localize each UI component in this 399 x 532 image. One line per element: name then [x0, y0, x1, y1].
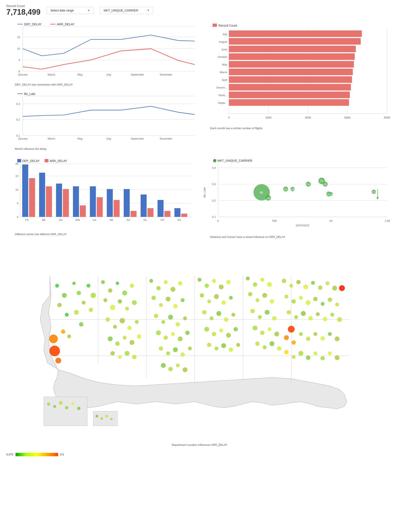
svg-point-295 — [321, 302, 324, 306]
svg-point-205 — [118, 355, 122, 359]
svg-point-285 — [303, 285, 308, 289]
svg-point-314 — [328, 332, 332, 336]
svg-rect-92 — [46, 186, 52, 217]
record-count-value: 7,718,499 — [6, 8, 40, 17]
svg-point-253 — [212, 332, 216, 336]
svg-point-209 — [156, 286, 161, 290]
svg-point-299 — [294, 315, 298, 319]
svg-point-245 — [221, 300, 226, 305]
svg-text:UA: UA — [93, 218, 96, 222]
svg-text:10: 10 — [15, 188, 18, 191]
svg-point-189 — [103, 298, 107, 302]
svg-rect-115 — [175, 208, 180, 217]
svg-point-309 — [291, 340, 296, 344]
chart2-box: Be_Late 0.1 0.2 0.3 January March May — [6, 90, 197, 151]
svg-point-197 — [127, 326, 132, 330]
svg-point-118 — [213, 159, 216, 162]
svg-rect-101 — [97, 197, 103, 217]
svg-point-284 — [296, 280, 300, 284]
svg-point-200 — [115, 342, 119, 346]
svg-text:Be_Late: Be_Late — [24, 92, 35, 95]
svg-point-168 — [62, 293, 67, 298]
colorbar — [16, 453, 58, 456]
carrier-dropdown[interactable]: MKT_UNIQUE_CARRIER ▼ — [100, 7, 153, 14]
svg-rect-116 — [181, 214, 187, 217]
svg-rect-94 — [56, 184, 62, 217]
svg-point-304 — [330, 313, 334, 317]
svg-point-184 — [101, 280, 105, 284]
svg-point-220 — [168, 315, 173, 320]
svg-rect-66 — [229, 84, 351, 90]
svg-rect-166 — [93, 411, 117, 426]
svg-text:F9: F9 — [320, 180, 323, 182]
svg-text:DISTANCE: DISTANCE — [296, 224, 309, 227]
chart4-box: DEP_DELAY ARR_DELAY 0 5 10 15 20 — [6, 157, 197, 236]
svg-point-244 — [214, 294, 219, 299]
svg-rect-97 — [73, 186, 79, 217]
colorbar-max-label: 0.5 — [60, 453, 64, 456]
svg-point-202 — [130, 340, 134, 345]
svg-point-326 — [59, 401, 62, 405]
svg-point-167 — [55, 284, 59, 287]
chart3-caption: Each month has a similar number of fligh… — [210, 127, 393, 130]
svg-text:DL: DL — [143, 218, 147, 222]
svg-point-191 — [118, 299, 122, 304]
svg-point-321 — [320, 356, 325, 360]
svg-point-331 — [101, 417, 103, 420]
svg-rect-112 — [158, 200, 163, 217]
svg-rect-88 — [22, 165, 28, 217]
svg-text:September: September — [131, 137, 144, 140]
svg-point-262 — [246, 276, 250, 280]
svg-point-190 — [110, 305, 115, 310]
svg-text:July: July — [106, 137, 111, 140]
svg-point-293 — [306, 300, 311, 305]
date-range-dropdown[interactable]: Select date range ▼ — [47, 7, 94, 14]
svg-text:NK: NK — [110, 218, 113, 222]
svg-point-194 — [106, 317, 110, 322]
svg-point-237 — [198, 278, 201, 282]
svg-text:Nove...: Nove... — [219, 94, 227, 97]
svg-point-327 — [65, 406, 69, 409]
svg-rect-100 — [90, 186, 96, 217]
svg-rect-72 — [17, 159, 21, 162]
svg-rect-58 — [229, 53, 355, 60]
svg-point-238 — [205, 284, 209, 288]
svg-text:15: 15 — [17, 36, 20, 39]
svg-text:F9: F9 — [25, 218, 29, 222]
svg-point-176 — [87, 284, 90, 287]
svg-text:MKT_UNIQUE_CARRIER: MKT_UNIQUE_CARRIER — [217, 159, 252, 162]
svg-point-201 — [123, 336, 126, 340]
svg-point-298 — [287, 310, 291, 314]
svg-rect-113 — [164, 211, 170, 217]
record-count-block: Record Count 7,718,499 — [6, 4, 40, 17]
svg-text:HA: HA — [267, 197, 270, 199]
svg-text:Be_Late: Be_Late — [203, 187, 206, 197]
svg-point-225 — [171, 332, 175, 336]
svg-point-178 — [89, 308, 93, 312]
svg-point-251 — [231, 313, 235, 317]
svg-point-177 — [91, 293, 96, 298]
svg-marker-157 — [376, 197, 379, 199]
svg-point-212 — [178, 281, 182, 285]
svg-text:DL: DL — [260, 191, 263, 194]
svg-point-218 — [154, 314, 158, 318]
svg-text:March: March — [48, 137, 55, 140]
svg-text:500: 500 — [272, 219, 277, 222]
svg-rect-38 — [212, 24, 217, 27]
svg-point-280 — [269, 341, 274, 346]
svg-point-290 — [285, 295, 288, 298]
carrier-label: MKT_UNIQUE_CARRIER — [104, 9, 138, 12]
svg-point-332 — [105, 415, 108, 418]
svg-point-246 — [229, 296, 233, 300]
svg-text:March: March — [220, 71, 227, 74]
svg-point-307 — [288, 326, 295, 333]
svg-point-231 — [180, 352, 185, 357]
svg-point-196 — [119, 318, 125, 323]
svg-point-322 — [328, 351, 332, 355]
svg-point-229 — [166, 351, 170, 355]
chart1-svg: DEP_DELAY ARR_DELAY 0 5 10 15 — [6, 21, 197, 81]
svg-text:0: 0 — [217, 219, 219, 222]
svg-point-273 — [272, 316, 276, 321]
svg-point-181 — [55, 358, 61, 363]
svg-point-173 — [82, 301, 86, 304]
